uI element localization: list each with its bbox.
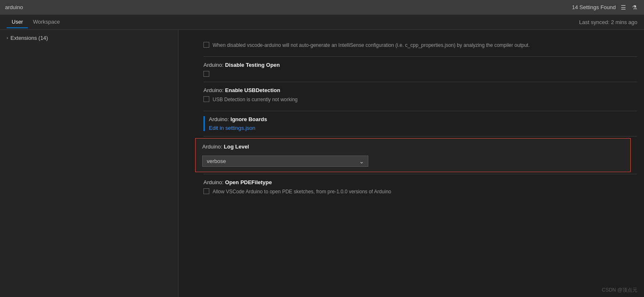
tab-user[interactable]: User <box>7 16 28 28</box>
open-pde-title: Arduino: Open PDEFiletype <box>203 179 634 185</box>
sidebar-extensions-label: Extensions (14) <box>10 35 48 41</box>
enable-usb-description: USB Detection is currently not working <box>213 96 298 103</box>
divider-3 <box>203 111 637 111</box>
setting-disable-testing-open: ⚙ Arduino: Disable Testing Open <box>179 58 644 80</box>
main-layout: › Extensions (14) ⚙ When disabled vscode… <box>0 30 644 297</box>
filter-icon[interactable]: ⚗ <box>630 3 639 12</box>
log-level-select[interactable]: verbose info warn error <box>202 156 368 167</box>
sidebar-item-extensions[interactable]: › Extensions (14) <box>0 33 178 43</box>
intellisense-description: When disabled vscode-arduino will not au… <box>213 41 530 49</box>
setting-open-pde: ⚙ Arduino: Open PDEFiletype Allow VSCode… <box>179 176 644 201</box>
setting-log-level: Arduino: Log Level verbose info warn err… <box>195 138 631 172</box>
ignore-boards-title: Arduino: Ignore Boards <box>209 116 634 122</box>
search-results-info: 14 Settings Found ☰ ⚗ <box>572 3 639 12</box>
enable-usb-title: Arduino: Enable USBDetection <box>203 87 634 93</box>
results-count: 14 Settings Found <box>572 4 616 10</box>
chevron-right-icon: › <box>7 36 8 40</box>
ignore-boards-title-bold: Ignore Boards <box>230 116 267 122</box>
disable-testing-title: Arduino: Disable Testing Open <box>203 62 634 68</box>
enable-usb-checkbox[interactable] <box>203 96 209 102</box>
tabs-row: User Workspace Last synced: 2 mins ago <box>0 15 644 30</box>
enable-usb-title-bold: Enable USBDetection <box>225 87 280 93</box>
watermark: CSDN @顶点元 <box>602 287 637 294</box>
open-pde-checkbox[interactable] <box>203 188 209 194</box>
divider-2 <box>203 82 637 82</box>
search-bar: 14 Settings Found ☰ ⚗ <box>0 0 644 15</box>
intellisense-checkbox-row: When disabled vscode-arduino will not au… <box>203 41 634 51</box>
enable-usb-checkbox-row: USB Detection is currently not working <box>203 96 634 106</box>
open-pde-checkbox-row: Allow VSCode Arduino to open PDE sketche… <box>203 188 634 198</box>
disable-testing-checkbox[interactable] <box>203 71 209 77</box>
settings-list: ⚙ When disabled vscode-arduino will not … <box>179 30 644 208</box>
divider-4 <box>203 136 637 136</box>
tabs-left: User Workspace <box>7 16 65 28</box>
intellisense-checkbox[interactable] <box>203 42 209 48</box>
ignore-boards-content: Arduino: Ignore Boards Edit in settings.… <box>203 116 634 131</box>
log-level-select-wrapper: verbose info warn error <box>202 156 368 167</box>
content-area: ⚙ When disabled vscode-arduino will not … <box>179 30 644 297</box>
log-level-title: Arduino: Log Level <box>202 144 624 150</box>
open-pde-description: Allow VSCode Arduino to open PDE sketche… <box>213 188 391 195</box>
open-pde-title-bold: Open PDEFiletype <box>225 179 272 185</box>
disable-testing-title-bold: Disable Testing Open <box>225 62 280 68</box>
setting-enable-usb: ⚙ Arduino: Enable USBDetection USB Detec… <box>179 84 644 109</box>
log-level-title-bold: Log Level <box>224 144 249 150</box>
disable-testing-checkbox-row <box>203 71 634 77</box>
divider-1 <box>203 56 637 57</box>
search-input[interactable] <box>5 4 572 10</box>
sync-status: Last synced: 2 mins ago <box>579 19 637 25</box>
divider-5 <box>203 174 637 174</box>
setting-ignore-boards: ⚙ Arduino: Ignore Boards Edit in setting… <box>179 113 644 134</box>
settings-list-icon[interactable]: ☰ <box>619 3 628 12</box>
edit-settings-link[interactable]: Edit in settings.json <box>209 125 255 131</box>
tab-workspace[interactable]: Workspace <box>28 16 65 28</box>
setting-intellisense: ⚙ When disabled vscode-arduino will not … <box>179 37 644 55</box>
sidebar: › Extensions (14) <box>0 30 179 297</box>
